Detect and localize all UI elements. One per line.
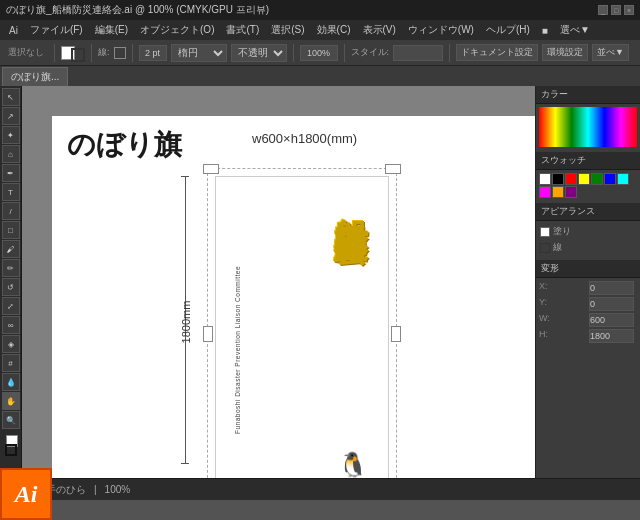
nobori-title: のぼり旗: [67, 126, 182, 164]
menu-edit[interactable]: 編集(E): [90, 23, 133, 37]
x-input[interactable]: [589, 281, 634, 295]
banner-inner: 船橋防災連絡会 Funaboshi Disaster Prevention Li…: [215, 176, 389, 478]
appearance-stroke-row: 線: [540, 241, 636, 254]
swatches-panel-body: [536, 170, 640, 201]
menu-bar: Ai ファイル(F) 編集(E) オブジェクト(O) 書式(T) 選択(S) 効…: [0, 20, 640, 40]
app-stroke-label: 線: [553, 241, 562, 254]
stroke-swatch[interactable]: [71, 48, 85, 62]
eyedropper-tool-button[interactable]: 💧: [2, 373, 20, 391]
paintbrush-tool-button[interactable]: 🖌: [2, 240, 20, 258]
toolbar-separator-1: [54, 44, 55, 62]
menu-window[interactable]: ウィンドウ(W): [403, 23, 479, 37]
menu-format[interactable]: 書式(T): [221, 23, 264, 37]
color-panel-header: カラー: [536, 86, 640, 104]
y-input[interactable]: [589, 297, 634, 311]
tab-bar: のぼり旗...: [0, 66, 640, 86]
minimize-button[interactable]: _: [598, 5, 608, 15]
menu-object[interactable]: オブジェクト(O): [135, 23, 219, 37]
menu-file[interactable]: ファイル(F): [25, 23, 88, 37]
stroke-indicator[interactable]: [5, 444, 17, 456]
app-stroke-swatch[interactable]: [540, 243, 550, 253]
menu-select[interactable]: 選択(S): [266, 23, 309, 37]
swatch-black[interactable]: [552, 173, 564, 185]
hand-tool-button[interactable]: ✋: [2, 392, 20, 410]
menu-extra[interactable]: ■: [537, 25, 553, 36]
text-tool-button[interactable]: T: [2, 183, 20, 201]
mesh-tool-button[interactable]: #: [2, 354, 20, 372]
transform-panel-body: X: Y: W: H:: [536, 278, 640, 346]
h-label: H:: [539, 329, 587, 343]
menu-help[interactable]: ヘルプ(H): [481, 23, 535, 37]
left-toolbar: ↖ ↗ ✦ ⌂ ✒ T / □ 🖌 ✏ ↺ ⤢ ∞ ◈ # 💧 ✋ 🔍: [0, 86, 22, 478]
main-layout: ↖ ↗ ✦ ⌂ ✒ T / □ 🖌 ✏ ↺ ⤢ ∞ ◈ # 💧 ✋ 🔍 のぼり旗…: [0, 86, 640, 478]
line-tool-button[interactable]: /: [2, 202, 20, 220]
zoom-tool-button[interactable]: 🔍: [2, 411, 20, 429]
penguin-logo: 🐧: [338, 453, 368, 477]
lasso-tool-button[interactable]: ⌂: [2, 145, 20, 163]
color-spectrum[interactable]: [539, 107, 637, 147]
style-box[interactable]: [393, 45, 443, 61]
title-bar: のぼり旗_船橋防災連絡会.ai @ 100% (CMYK/GPU 프리뷰) _ …: [0, 0, 640, 20]
rotate-tool-button[interactable]: ↺: [2, 278, 20, 296]
swatch-magenta[interactable]: [539, 186, 551, 198]
doc-settings-button[interactable]: ドキュメント設定: [456, 44, 538, 61]
fill-stroke-group: [61, 44, 85, 62]
w-input[interactable]: [589, 313, 634, 327]
side-mark-l: [203, 326, 213, 342]
opacity-select[interactable]: 不透明: [231, 44, 287, 62]
swatch-blue[interactable]: [604, 173, 616, 185]
arrange-button[interactable]: 並べ▼: [592, 44, 629, 61]
swatches-panel-title: スウォッチ: [541, 154, 586, 167]
swatch-orange[interactable]: [552, 186, 564, 198]
swatch-white[interactable]: [539, 173, 551, 185]
select-tool-button[interactable]: ↖: [2, 88, 20, 106]
color-panel-title: カラー: [541, 88, 568, 101]
ai-logo[interactable]: Ai: [0, 468, 52, 520]
swatch-red[interactable]: [565, 173, 577, 185]
toolbar-separator-4: [293, 44, 294, 62]
menu-ai[interactable]: Ai: [4, 25, 23, 36]
toolbar-separator-3: [132, 44, 133, 62]
stroke-weight-input[interactable]: [139, 45, 167, 61]
stroke-color-box[interactable]: [114, 47, 126, 59]
swatch-green[interactable]: [591, 173, 603, 185]
color-swatches: [3, 435, 18, 456]
dim-arrow-top: [181, 176, 189, 177]
document-tab[interactable]: のぼり旗...: [2, 67, 68, 86]
menu-arrange[interactable]: 選べ▼: [555, 23, 595, 37]
pencil-tool-button[interactable]: ✏: [2, 259, 20, 277]
h-input[interactable]: [589, 329, 634, 343]
close-button[interactable]: ×: [624, 5, 634, 15]
scale-tool-button[interactable]: ⤢: [2, 297, 20, 315]
x-label: X:: [539, 281, 587, 295]
window-title: のぼり旗_船橋防災連絡会.ai @ 100% (CMYK/GPU 프리뷰): [6, 3, 269, 17]
main-toolbar: 選択なし 線: 楕円 長方形 不透明 スタイル: ドキュメント設定 環境設定 並…: [0, 40, 640, 66]
window-controls[interactable]: _ □ ×: [598, 5, 634, 15]
zoom-input[interactable]: [300, 45, 338, 61]
toolbar-separator-6: [449, 44, 450, 62]
rect-tool-button[interactable]: □: [2, 221, 20, 239]
y-label: Y:: [539, 297, 587, 311]
magic-wand-tool-button[interactable]: ✦: [2, 126, 20, 144]
swatch-yellow[interactable]: [578, 173, 590, 185]
swatch-cyan[interactable]: [617, 173, 629, 185]
swatch-purple[interactable]: [565, 186, 577, 198]
side-mark-r: [391, 326, 401, 342]
pen-tool-button[interactable]: ✒: [2, 164, 20, 182]
maximize-button[interactable]: □: [611, 5, 621, 15]
canvas-area: のぼり旗 w600×h1800(mm) 船橋防災: [22, 86, 535, 478]
cursor-tool-label: 手のひら: [46, 483, 86, 497]
app-fill-swatch[interactable]: [540, 227, 550, 237]
preferences-button[interactable]: 環境設定: [542, 44, 588, 61]
transform-inputs: X: Y: W: H:: [539, 281, 637, 343]
dimensions-label: w600×h1800(mm): [252, 131, 357, 146]
direct-select-tool-button[interactable]: ↗: [2, 107, 20, 125]
shape-select[interactable]: 楕円 長方形: [171, 44, 227, 62]
menu-effect[interactable]: 効果(C): [312, 23, 356, 37]
appearance-panel-title: アピアランス: [541, 205, 595, 218]
menu-view[interactable]: 表示(V): [358, 23, 401, 37]
transform-panel-title: 変形: [541, 262, 559, 275]
zoom-status: 100%: [105, 484, 131, 495]
gradient-tool-button[interactable]: ◈: [2, 335, 20, 353]
blend-tool-button[interactable]: ∞: [2, 316, 20, 334]
